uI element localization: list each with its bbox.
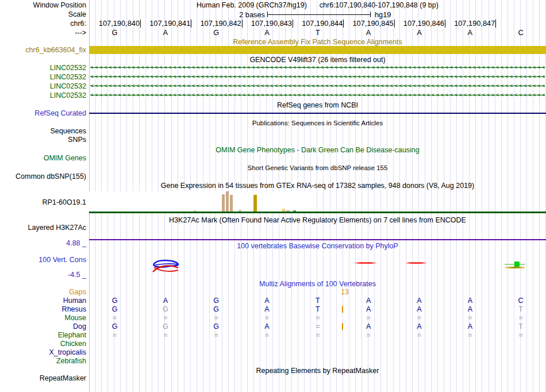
gene-transcript-linc02532[interactable]: <<<<<<<<<<<<<<<<<<<<<<<<<<<<<<<<<<<<<<<<… [90, 91, 545, 99]
aligned-base: C [495, 297, 546, 305]
aligned-base: G [140, 305, 191, 313]
aligned-base: A [241, 322, 293, 330]
aligned-base: G [89, 322, 140, 330]
gtex-expression-bar[interactable] [226, 191, 229, 212]
coordinate-tick: 107,190,847 [444, 20, 496, 28]
species-label-chicken[interactable]: Chicken [0, 340, 86, 348]
track-area: Human Feb. 2009 (GRCh37/hg19)chr6:107,19… [89, 0, 546, 392]
coordinate-tick: 107,190,842 [191, 20, 243, 28]
gtex-expression-bar[interactable] [230, 195, 233, 212]
gene-transcript-linc02532[interactable]: <<<<<<<<<<<<<<<<<<<<<<<<<<<<<<<<<<<<<<<<… [90, 73, 545, 80]
reference-base: A [140, 29, 191, 37]
fix-patch-title: Reference Assembly Fix Patch Sequence Al… [89, 38, 546, 46]
publications-title: Publications: Sequences in Scientific Ar… [89, 119, 546, 127]
aligned-base: A [444, 322, 495, 330]
aligned-base: = [394, 331, 445, 339]
species-label-elephant[interactable]: Elephant [0, 331, 86, 339]
aligned-base: = [191, 331, 242, 339]
track-label-snps[interactable]: SNPs [0, 136, 86, 144]
coordinate-tick: 107,190,846 [394, 20, 445, 28]
reference-base: C [495, 29, 546, 37]
track-label-100-vert-cons[interactable]: 100 Vert. Cons [0, 256, 86, 264]
assembly-title: Human Feb. 2009 (GRCh37/hg19) [197, 1, 307, 9]
gtex-baseline [89, 212, 546, 213]
multiz-gaps-label[interactable]: Gaps [0, 288, 86, 296]
species-label-dog[interactable]: Dog [0, 322, 86, 330]
dbsnp-title: Short Genetic Variants from dbSNP releas… [89, 164, 546, 172]
aligned-base: A [444, 297, 495, 305]
coordinate-tick: 107,190,845 [343, 20, 395, 28]
aligned-base: G [191, 297, 242, 305]
species-label-zebrafish[interactable]: Zebrafish [0, 357, 86, 365]
h3k27ac-title: H3K27Ac Mark (Often Found Near Active Re… [89, 216, 546, 224]
track-label-repeatmasker[interactable]: RepeatMasker [0, 374, 86, 382]
genome-browser-view: Window Position Scale chr6: ---> chr6_kb… [0, 0, 546, 392]
gtex-title: Gene Expression in 54 tissues from GTEx … [89, 182, 546, 190]
aligned-base: = [241, 331, 293, 339]
track-label-common-dbsnp[interactable]: Common dbSNP(155) [0, 172, 86, 180]
aligned-base: = [292, 314, 343, 322]
aligned-base: A [241, 297, 293, 305]
conservation-min-value: -4.5 _ [0, 271, 86, 279]
fix-patch-feature-bar[interactable] [89, 46, 546, 54]
aligned-base: A [394, 297, 445, 305]
aligned-base: = [292, 331, 343, 339]
coordinate-tick: 107,190,841 [140, 20, 191, 28]
repeatmasker-title: Repeating Elements by RepeatMasker [89, 367, 546, 375]
aligned-base: = [89, 314, 140, 322]
gene-label-linc02532[interactable]: LINC02532 [0, 91, 86, 99]
scale-bar [267, 11, 371, 17]
track-label-sequences[interactable]: Sequences [0, 127, 86, 135]
gtex-expression-bar[interactable] [253, 195, 257, 212]
aligned-base: T [292, 297, 343, 305]
conservation-negative-mark [355, 262, 376, 264]
window-position-label: Window Position [0, 1, 86, 9]
track-label-fix-patch[interactable]: chr6_kb663604_fix [0, 46, 86, 54]
aligned-base: A [343, 297, 394, 305]
species-label-x_tropicalis[interactable]: X_tropicalis [0, 348, 86, 356]
aligned-base: T [495, 322, 546, 330]
reference-base: A [343, 29, 394, 37]
h3k27ac-baseline[interactable] [89, 239, 546, 240]
track-label-refseq-curated[interactable]: RefSeq Curated [0, 109, 86, 117]
coordinate-tick: 107,190,843 [241, 20, 293, 28]
reference-base: A [241, 29, 293, 37]
aligned-base: = [89, 331, 140, 339]
alignment-gap-marker [342, 323, 343, 330]
reference-base: G [191, 29, 242, 37]
species-label-mouse[interactable]: Mouse [0, 314, 86, 322]
aligned-base: G [191, 305, 242, 313]
aligned-base: = [241, 314, 293, 322]
species-label-rhesus[interactable]: Rhesus [0, 305, 86, 313]
track-label-omim-genes[interactable]: OMIM Genes [0, 154, 86, 162]
track-label-layered-h3k27ac[interactable]: Layered H3K27Ac [0, 224, 86, 232]
conservation-wiggle-glyph [150, 258, 182, 274]
aligned-base: A [241, 305, 293, 313]
aligned-base: = [140, 331, 191, 339]
aligned-base: = [343, 331, 394, 339]
gene-label-linc02532[interactable]: LINC02532 [0, 82, 86, 90]
gene-transcript-linc02532[interactable]: <<<<<<<<<<<<<<<<<<<<<<<<<<<<<<<<<<<<<<<<… [90, 82, 545, 90]
multiz-title: Multiz Alignments of 100 Vertebrates [89, 280, 546, 288]
gene-transcript-linc02532[interactable]: <<<<<<<<<<<<<<<<<<<<<<<<<<<<<<<<<<<<<<<<… [90, 64, 545, 71]
strand-direction-label: ---> [0, 29, 86, 37]
alignment-gap-marker [342, 306, 343, 313]
aligned-base: A [444, 305, 495, 313]
window-position-title: Human Feb. 2009 (GRCh37/hg19)chr6:107,19… [89, 1, 546, 9]
scale-assembly: hg19 [375, 10, 391, 19]
gene-label-linc02532[interactable]: LINC02532 [0, 73, 86, 81]
gtex-plot-background [89, 191, 314, 213]
track-label-gtex-gene[interactable]: RP1-60O19.1 [0, 198, 86, 206]
gtex-expression-bar[interactable] [222, 194, 225, 212]
aligned-base: = [140, 314, 191, 322]
species-label-human[interactable]: Human [0, 297, 86, 305]
conservation-title: 100 vertebrates Basewise Conservation by… [89, 242, 546, 250]
reference-base: G [89, 29, 140, 37]
refseq-curated-feature[interactable] [89, 113, 546, 114]
aligned-base: A [394, 322, 445, 330]
aligned-base: = [191, 314, 242, 322]
gene-label-linc02532[interactable]: LINC02532 [0, 64, 86, 72]
gencode-title: GENCODE V49lift37 (26 items filtered out… [89, 56, 546, 64]
aligned-base: = [394, 314, 445, 322]
aligned-base: = [495, 314, 546, 322]
